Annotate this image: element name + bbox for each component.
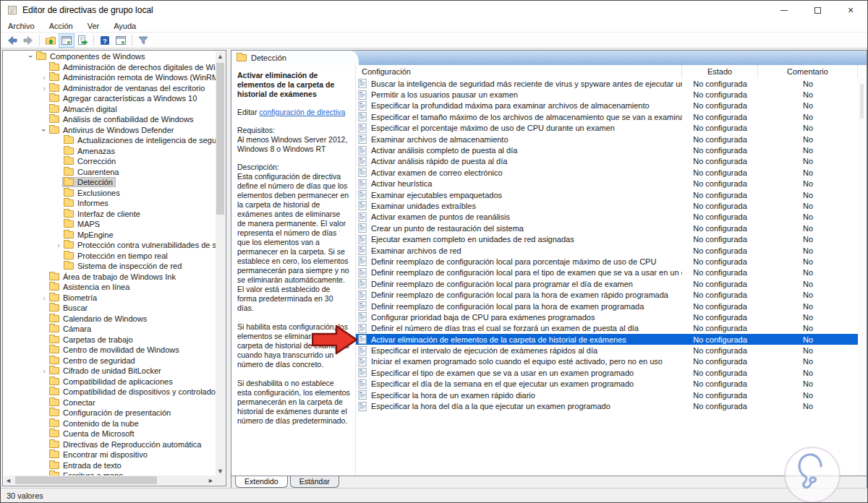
show-console-tree-icon[interactable] — [59, 33, 75, 48]
setting-row[interactable]: Definir reemplazo de configuración local… — [356, 301, 858, 311]
chevron-expanded-icon[interactable]: › — [41, 126, 48, 134]
tree-item-administrador-de-ventanas-del-escritorio[interactable]: ›Administrador de ventanas del escritori… — [4, 83, 216, 94]
setting-row[interactable]: Ejecutar examen completo en unidades de … — [356, 233, 858, 244]
forward-icon[interactable] — [20, 33, 36, 48]
setting-row[interactable]: Activar examen de correo electrónicoNo c… — [356, 167, 858, 178]
tree-item-exclusiones[interactable]: Exclusiones — [4, 188, 216, 199]
setting-row[interactable]: Especificar el tamaño máximo de los arch… — [356, 111, 858, 122]
tree-item-administracion-de-derechos-digitales-de-windows[interactable]: Administración de derechos digitales de … — [4, 62, 216, 73]
filter-icon[interactable] — [135, 33, 151, 48]
chevron-collapsed-icon[interactable]: › — [40, 367, 48, 374]
setting-row[interactable]: Crear un punto de restauración del siste… — [356, 223, 858, 233]
menu-item-ver[interactable]: Ver — [88, 22, 100, 30]
setting-row[interactable]: Examinar archivos de almacenamientoNo co… — [356, 134, 858, 145]
setting-row[interactable]: Activar heurísticaNo configuradaNo — [356, 179, 858, 189]
setting-row[interactable]: Activar eliminación de elementos de la c… — [356, 334, 858, 345]
tree-item-actualizaciones-de-inteligencia-de-seguridad[interactable]: Actualizaciones de inteligencia de segur… — [4, 135, 216, 146]
setting-row[interactable]: Activar examen de puntos de reanálisisNo… — [356, 212, 858, 223]
scroll-thumb[interactable] — [216, 63, 224, 215]
column-header-estado[interactable]: Estado — [682, 65, 758, 78]
list-vertical-scrollbar[interactable] — [858, 78, 867, 476]
setting-row[interactable]: Examinar unidades extraíblesNo configura… — [356, 200, 858, 211]
setting-row[interactable]: Especificar la profundidad máxima para e… — [356, 100, 858, 111]
tree-item-analisis-de-confiabilidad-de-windows[interactable]: Análisis de confiabilidad de Windows — [4, 114, 216, 125]
console-window-icon[interactable] — [113, 33, 129, 48]
tree-item-biometria[interactable]: ›Biometría — [4, 293, 216, 304]
chevron-collapsed-icon[interactable]: › — [40, 74, 48, 81]
tree-item-compatibilidad-de-dispositivos-y-controladores[interactable]: Compatibilidad de dispositivos y control… — [4, 387, 216, 397]
tree-item-centro-de-movilidad-de-windows[interactable]: Centro de movilidad de Windows — [4, 345, 216, 356]
tree-item-conectar[interactable]: Conectar — [4, 397, 216, 408]
setting-row[interactable]: Permitir a los usuarios pausar un examen… — [356, 89, 858, 100]
chevron-collapsed-icon[interactable]: › — [40, 294, 48, 301]
setting-row[interactable]: Especificar la hora de un examen rápido … — [356, 390, 858, 400]
tree-item-sistema-de-inspeccion-de-red[interactable]: Sistema de inspección de red — [4, 261, 216, 272]
tab-extendido[interactable]: Extendido — [235, 476, 288, 488]
setting-row[interactable]: Examinar archivos de redNo configuradaNo — [356, 245, 858, 256]
setting-row[interactable]: Activar análisis rápido de puesta al día… — [356, 156, 858, 167]
scroll-thumb[interactable] — [15, 476, 157, 484]
setting-row[interactable]: Buscar la inteligencia de seguridad más … — [356, 78, 858, 89]
chevron-collapsed-icon[interactable]: › — [40, 85, 48, 92]
chevron-expanded-icon[interactable]: › — [27, 52, 35, 61]
tree-item-carpetas-de-trabajo[interactable]: Carpetas de trabajo — [4, 335, 216, 345]
setting-row[interactable]: Especificar el intervalo de ejecución de… — [356, 345, 858, 356]
setting-row[interactable]: Especificar el día de la semana en el qu… — [356, 379, 858, 390]
tree-item-cuenta-de-microsoft[interactable]: Cuenta de Microsoft — [4, 429, 216, 439]
tree-item-cifrado-de-unidad-bitlocker[interactable]: ›Cifrado de unidad BitLocker — [4, 366, 216, 377]
setting-row[interactable]: Definir reemplazo de configuración local… — [356, 289, 858, 300]
menu-item-accion[interactable]: Acción — [49, 22, 73, 30]
scroll-up-icon[interactable]: ▲ — [216, 51, 225, 61]
tab-estandar[interactable]: Estándar — [290, 476, 339, 488]
tree-item-amenazas[interactable]: Amenazas — [4, 146, 216, 157]
setting-row[interactable]: Definir el número de días tras el cual s… — [356, 323, 858, 334]
scroll-left-icon[interactable]: ◄ — [4, 476, 13, 485]
close-button[interactable]: × — [834, 1, 867, 20]
column-header-configuracion[interactable]: Configuración — [356, 65, 682, 78]
tree-item-interfaz-de-cliente[interactable]: Interfaz de cliente — [4, 209, 216, 220]
setting-row[interactable]: Definir reemplazo de configuración local… — [356, 267, 858, 278]
tree-item-asistencia-en-linea[interactable]: Asistencia en línea — [4, 282, 216, 293]
tree-item-almacen-digital[interactable]: Almacén digital — [4, 104, 216, 115]
menu-item-archivo[interactable]: Archivo — [8, 22, 35, 30]
setting-row[interactable]: Definir reemplazo de configuración local… — [356, 278, 858, 289]
tree-item-componentes-de-windows[interactable]: ›Componentes de Windows — [4, 51, 216, 62]
tree-item-proteccion-contra-vulnerabilidades-de-seguridad[interactable]: ›Protección contra vulnerabilidades de s… — [4, 240, 216, 251]
scroll-thumb[interactable] — [860, 84, 864, 119]
tree-item-contenido-de-la-nube[interactable]: Contenido de la nube — [4, 418, 216, 429]
tree-item-configuracion-de-presentacion[interactable]: Configuración de presentación — [4, 408, 216, 418]
column-header-comentario[interactable]: Comentario — [758, 65, 858, 78]
setting-row[interactable]: Iniciar el examen programado solo cuando… — [356, 356, 858, 367]
minimize-button[interactable] — [767, 1, 801, 20]
maximize-button[interactable] — [801, 1, 834, 20]
setting-row[interactable]: Especificar el tipo de examen que se va … — [356, 367, 858, 378]
tree-item-area-de-trabajo-de-windows-ink[interactable]: Área de trabajo de Windows Ink — [4, 272, 216, 283]
setting-row[interactable]: Configurar prioridad baja de CPU para ex… — [356, 311, 858, 322]
tree-item-mpengine[interactable]: MpEngine — [4, 230, 216, 241]
tree-item-agregar-caracteristicas-a-windows-10[interactable]: Agregar características a Windows 10 — [4, 93, 216, 104]
tree-item-escritura-a-mano[interactable]: Escritura a mano — [4, 470, 216, 476]
scroll-right-icon[interactable]: ► — [206, 476, 216, 485]
tree-item-deteccion[interactable]: Detección — [4, 177, 216, 188]
edit-policy-link[interactable]: configuración de directiva — [259, 108, 345, 116]
tree-vertical-scrollbar[interactable]: ▲ ▼ — [216, 51, 225, 476]
setting-row[interactable]: Especificar el porcentaje máximo de uso … — [356, 123, 858, 134]
menu-item-ayuda[interactable]: Ayuda — [114, 22, 136, 30]
tree-item-maps[interactable]: MAPS — [4, 219, 216, 230]
tree-item-entrada-de-texto[interactable]: Entrada de texto — [4, 460, 216, 471]
tree-item-encontrar-mi-dispositivo[interactable]: Encontrar mi dispositivo — [4, 450, 216, 460]
tree-horizontal-scrollbar[interactable]: ◄ ► — [4, 476, 216, 485]
tree-item-cuarentena[interactable]: Cuarentena — [4, 167, 216, 178]
up-one-level-icon[interactable] — [43, 33, 59, 48]
setting-row[interactable]: Examinar ejecutables empaquetadosNo conf… — [356, 189, 858, 200]
tree-item-calendario-de-windows[interactable]: Calendario de Windows — [4, 314, 216, 324]
tree-item-correccion[interactable]: Corrección — [4, 156, 216, 167]
tree-item-centro-de-seguridad[interactable]: Centro de seguridad — [4, 356, 216, 366]
back-icon[interactable] — [4, 33, 20, 48]
tree-item-camara[interactable]: Cámara — [4, 324, 216, 335]
scroll-down-icon[interactable]: ▼ — [216, 466, 225, 476]
tree-item-antivirus-de-windows-defender[interactable]: ›Antivirus de Windows Defender — [4, 125, 216, 136]
tree-item-administracion-remota-de-windows-winrm[interactable]: ›Administración remota de Windows (WinRM… — [4, 72, 216, 83]
tree-item-buscar[interactable]: Buscar — [4, 303, 216, 314]
tree-item-compatibilidad-de-aplicaciones[interactable]: Compatibilidad de aplicaciones — [4, 377, 216, 387]
